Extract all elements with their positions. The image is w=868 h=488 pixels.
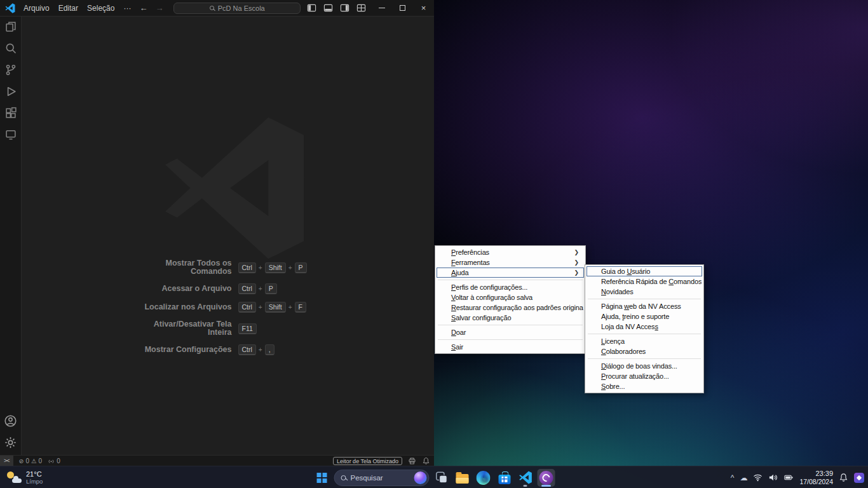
cloud-icon [12, 478, 22, 483]
volume-icon[interactable] [768, 473, 778, 482]
start-button[interactable] [313, 469, 331, 487]
edge-browser-button[interactable] [475, 469, 492, 487]
menu-item-sair[interactable]: Sair [437, 342, 584, 352]
menubar-item-editar[interactable]: Editar [54, 3, 83, 14]
run-debug-icon[interactable] [3, 84, 18, 99]
copilot-icon[interactable] [414, 471, 427, 484]
key-chip: F11 [238, 323, 257, 334]
shortcut-keys: Ctrl + , [238, 344, 346, 355]
nvda-taskbar-button[interactable] [538, 469, 555, 487]
menu-item-novidades[interactable]: Novidades [587, 287, 702, 297]
weather-widget[interactable]: 21°C Límpo [6, 466, 43, 488]
nvda-icon [539, 471, 553, 485]
remote-indicator[interactable]: >< [0, 456, 13, 466]
ports-indicator[interactable]: 0 [48, 458, 60, 464]
source-control-icon[interactable] [3, 62, 18, 78]
customize-layout-icon[interactable] [356, 3, 366, 13]
vscode-statusbar: >< ⊘ 0 ⚠ 0 0 Leitor de Tela Otimizado [0, 455, 434, 466]
menu-item-label: Ajuda [451, 269, 468, 276]
printer-icon[interactable] [408, 457, 416, 465]
maximize-icon [400, 5, 405, 11]
menu-item-voltar-configuracao-salva[interactable]: Voltar à configuração salva [437, 292, 584, 302]
key-chip: Ctrl [238, 302, 256, 313]
plus-separator: + [259, 264, 262, 271]
screen-reader-badge[interactable]: Leitor de Tela Otimizado [333, 457, 402, 465]
toggle-secondary-sidebar-icon[interactable] [340, 3, 349, 13]
notifications-bell-icon[interactable] [422, 457, 430, 465]
menu-item-salvar-configuracao[interactable]: Salvar configuração [437, 313, 584, 323]
key-chip: P [265, 283, 277, 294]
menu-item-doar[interactable]: Doar [437, 327, 584, 337]
menu-item-label: Diálogo de boas vindas... [601, 362, 677, 370]
menu-item-licenca[interactable]: Licença [587, 336, 702, 346]
key-chip: P [295, 262, 307, 273]
explorer-icon[interactable] [3, 19, 18, 34]
wifi-icon[interactable] [753, 473, 763, 482]
menu-item-perfis-de-configuracoes[interactable]: Perfis de configurações... [437, 282, 584, 292]
menu-item-label: Referência Rápida de Comandos [601, 278, 702, 285]
menu-item-guia-do-usuario[interactable]: Guia do Usuário [587, 266, 702, 276]
battery-icon[interactable] [783, 473, 794, 482]
shortcut-row: Localizar nos Arquivos Ctrl + Shift + F [138, 302, 346, 313]
menu-item-label: Restaurar configuração aos padrões origi… [451, 304, 584, 311]
menu-separator [588, 334, 701, 334]
shortcut-label: Mostrar Configurações [138, 346, 232, 354]
menu-item-label: Doar [451, 329, 466, 336]
submenu-arrow-icon: ❯ [571, 269, 579, 276]
menu-item-procurar-atualizacao[interactable]: Procurar atualização... [587, 371, 702, 381]
maximize-button[interactable] [392, 0, 413, 17]
toggle-panel-icon[interactable] [323, 3, 333, 13]
taskbar-search[interactable]: Pesquisar [334, 470, 430, 486]
menu-item-pagina-web-nv-access[interactable]: Página web da NV Access [587, 301, 702, 311]
search-icon [341, 475, 346, 480]
clock-date: 17/08/2024 [799, 478, 833, 486]
remote-explorer-icon[interactable] [3, 127, 18, 142]
minimize-button[interactable] [371, 0, 392, 17]
shortcut-row: Acessar o Arquivo Ctrl + P [138, 283, 346, 294]
nav-back-button[interactable]: ← [135, 3, 151, 13]
settings-gear-icon[interactable] [3, 435, 18, 450]
file-explorer-button[interactable] [454, 469, 471, 487]
menu-item-ajuda-treino-suporte[interactable]: Ajuda, treino e suporte [587, 311, 702, 322]
taskbar-search-label: Pesquisar [351, 474, 383, 482]
key-chip: Shift [265, 302, 286, 313]
menu-item-referencia-rapida-de-comandos[interactable]: Referência Rápida de Comandos [587, 276, 702, 287]
onedrive-cloud-icon[interactable]: ☁ [740, 473, 747, 482]
command-center-label: PcD Na Escola [218, 4, 265, 12]
menu-item-colaboradores[interactable]: Colaboradores [587, 346, 702, 356]
close-button[interactable]: × [413, 0, 434, 17]
menu-item-label: Novidades [601, 288, 634, 295]
shortcut-keys: F11 [238, 323, 346, 334]
menu-item-loja-da-nv-access[interactable]: Loja da NV Access [587, 322, 702, 332]
nav-forward-button[interactable]: → [151, 3, 167, 13]
menu-item-dialogo-de-boas-vindas[interactable]: Diálogo de boas vindas... [587, 361, 702, 371]
menu-item-ferramentas[interactable]: Ferramentas ❯ [437, 257, 584, 268]
search-sidebar-icon[interactable] [3, 41, 18, 56]
extensions-icon[interactable] [3, 105, 18, 121]
menu-item-label: Salvar configuração [451, 314, 511, 322]
taskbar-clock[interactable]: 23:39 17/08/2024 [799, 470, 833, 486]
notifications-bell-icon[interactable] [839, 473, 848, 482]
account-icon[interactable] [3, 413, 18, 428]
shortcut-row: Ativar/Desativar Tela Inteira F11 [138, 320, 346, 337]
menu-item-ajuda[interactable]: Ajuda ❯ [437, 268, 584, 278]
submenu-arrow-icon: ❯ [571, 249, 579, 255]
microsoft-store-button[interactable] [496, 469, 513, 487]
problems-indicator[interactable]: ⊘ 0 ⚠ 0 [19, 458, 43, 464]
toggle-sidebar-icon[interactable] [307, 3, 316, 13]
menubar-overflow-button[interactable]: ··· [119, 3, 135, 14]
menu-item-label: Guia do Usuário [601, 268, 650, 275]
menu-item-sobre[interactable]: Sobre... [587, 381, 702, 391]
nvda-tray-icon[interactable] [854, 473, 864, 483]
key-chip: Shift [265, 262, 286, 273]
menu-item-preferencias[interactable]: Preferências ❯ [437, 247, 584, 257]
menu-item-restaurar-configuracao-padroes[interactable]: Restaurar configuração aos padrões origi… [437, 302, 584, 313]
nvda-help-submenu: Guia do Usuário Referência Rápida de Com… [585, 264, 704, 393]
vscode-taskbar-button[interactable] [517, 469, 534, 487]
menubar-item-selecao[interactable]: Seleção [83, 3, 119, 14]
key-chip: Ctrl [238, 283, 256, 294]
command-center-search[interactable]: PcD Na Escola [173, 3, 301, 14]
hidden-icons-chevron[interactable]: ^ [731, 473, 735, 482]
menubar-item-arquivo[interactable]: Arquivo [19, 3, 54, 14]
task-view-button[interactable] [433, 469, 451, 487]
